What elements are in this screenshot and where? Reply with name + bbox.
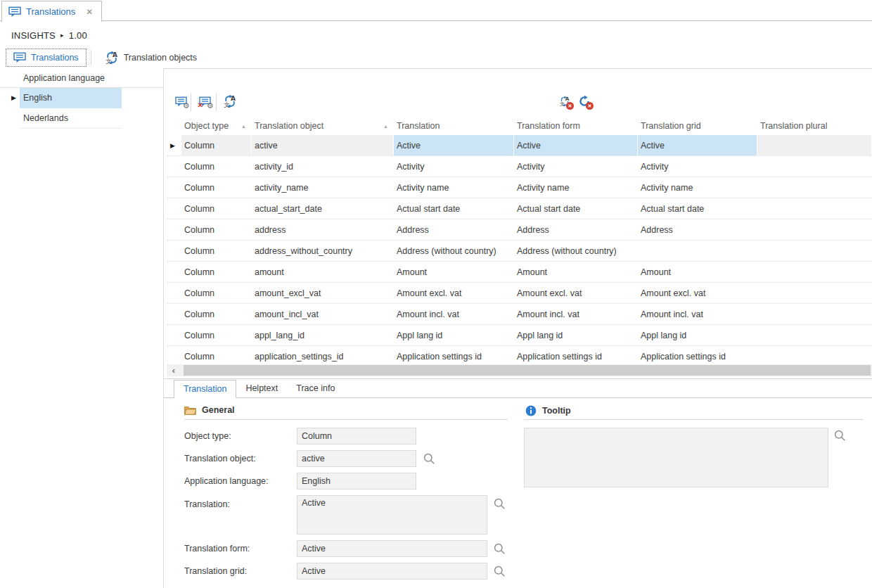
horizontal-scrollbar[interactable]: ‹: [167, 364, 872, 376]
grid-cell[interactable]: Amount incl. vat: [394, 304, 514, 325]
toolbar-button-translation-delete[interactable]: ✕⚙: [196, 93, 213, 110]
grid-cell[interactable]: Active: [394, 135, 514, 156]
grid-cell[interactable]: Appl lang id: [514, 325, 638, 346]
column-header-translation-form[interactable]: Translation form: [514, 117, 638, 135]
grid-row[interactable]: Columnactivity_nameActivity nameActivity…: [164, 177, 872, 198]
grid-cell[interactable]: Column: [181, 325, 252, 346]
lookup-icon[interactable]: [492, 497, 506, 511]
grid-cell[interactable]: [757, 241, 872, 262]
field-input-translation-object[interactable]: [297, 450, 416, 467]
language-item-nederlands[interactable]: Nederlands: [0, 108, 163, 129]
grid-cell[interactable]: Column: [181, 262, 252, 283]
grid-cell[interactable]: appl_lang_id: [252, 325, 394, 346]
grid-cell[interactable]: active: [252, 135, 394, 156]
ribbon-button-translations[interactable]: Translations: [6, 49, 86, 67]
grid-cell[interactable]: [757, 283, 872, 304]
grid-row[interactable]: ColumnamountAmountAmountAmount: [164, 262, 872, 283]
grid-cell[interactable]: Activity name: [514, 177, 638, 198]
scrollbar-thumb[interactable]: [184, 365, 871, 376]
grid-cell[interactable]: Activity: [394, 156, 514, 177]
language-item-english[interactable]: ▶English: [0, 88, 163, 108]
grid-cell[interactable]: Active: [514, 135, 638, 156]
lookup-icon[interactable]: [492, 564, 506, 578]
breadcrumb-version[interactable]: 1.00: [69, 30, 87, 41]
column-header-translation-plural[interactable]: Translation plural: [757, 117, 872, 135]
grid-cell[interactable]: Amount: [394, 262, 514, 283]
toolbar-button-translate[interactable]: A文: [222, 93, 238, 110]
scroll-left-icon[interactable]: ‹: [167, 364, 181, 376]
grid-row[interactable]: ▶ColumnactiveActiveActiveActive: [164, 135, 872, 156]
grid-row[interactable]: Columnaddress_without_countryAddress (wi…: [164, 241, 872, 262]
document-tab-translations[interactable]: Translations ✕: [1, 1, 102, 22]
grid-cell[interactable]: Amount incl. vat: [514, 304, 638, 325]
grid-cell[interactable]: [638, 241, 757, 262]
grid-cell[interactable]: address_without_country: [252, 241, 394, 262]
grid-cell[interactable]: Activity: [638, 156, 757, 177]
grid-cell[interactable]: Column: [181, 219, 252, 241]
grid-cell[interactable]: Column: [181, 135, 252, 156]
breadcrumb-module[interactable]: INSIGHTS: [11, 30, 56, 41]
grid-cell[interactable]: amount: [252, 262, 394, 283]
grid-cell[interactable]: Amount incl. vat: [638, 304, 757, 325]
toolbar-button-translate-cancel[interactable]: A文✕: [556, 93, 573, 110]
grid-cell[interactable]: [757, 304, 872, 325]
grid-cell[interactable]: Amount excl. vat: [394, 283, 514, 304]
grid-cell[interactable]: amount_excl_vat: [252, 283, 394, 304]
toolbar-button-translation-settings[interactable]: ⚙: [172, 93, 189, 110]
grid-cell[interactable]: Address: [638, 219, 757, 241]
grid-cell[interactable]: activity_id: [252, 156, 394, 177]
grid-row[interactable]: Columnactual_start_dateActual start date…: [164, 198, 872, 219]
grid-cell[interactable]: Active: [638, 135, 757, 156]
grid-cell[interactable]: Column: [181, 283, 252, 304]
field-input-translation-grid[interactable]: [297, 563, 487, 580]
grid-cell[interactable]: Amount excl. vat: [514, 283, 638, 304]
field-input-application-language[interactable]: [297, 473, 416, 490]
grid-cell[interactable]: Address (without country): [394, 241, 514, 262]
grid-cell[interactable]: Column: [181, 241, 252, 262]
column-header-translation-grid[interactable]: Translation grid: [638, 117, 757, 135]
grid-cell[interactable]: [757, 135, 872, 156]
grid-cell[interactable]: activity_name: [252, 177, 394, 198]
grid-cell[interactable]: Activity: [514, 156, 638, 177]
ribbon-button-translation-objects[interactable]: A文Translation objects: [97, 49, 205, 67]
field-input-translation-form[interactable]: [297, 540, 487, 557]
lookup-icon[interactable]: [492, 542, 506, 556]
grid-cell[interactable]: Actual start date: [394, 198, 514, 219]
grid-cell[interactable]: Appl lang id: [638, 325, 757, 346]
grid-cell[interactable]: Amount excl. vat: [638, 283, 757, 304]
grid-row[interactable]: ColumnaddressAddressAddressAddress: [164, 219, 872, 241]
column-header-object-type[interactable]: Object type▲: [181, 117, 252, 135]
grid-cell[interactable]: [757, 177, 872, 198]
tooltip-textarea[interactable]: [524, 428, 828, 487]
grid-cell[interactable]: [757, 219, 872, 241]
grid-cell[interactable]: Column: [181, 156, 252, 177]
grid-cell[interactable]: address: [252, 219, 394, 241]
lookup-icon[interactable]: [422, 452, 436, 466]
lookup-icon[interactable]: [833, 428, 847, 442]
grid-cell[interactable]: Appl lang id: [394, 325, 514, 346]
grid-cell[interactable]: [757, 198, 872, 219]
column-header-translation-object[interactable]: Translation object▲: [252, 117, 394, 135]
toolbar-button-refresh-cancel[interactable]: ✕: [576, 93, 593, 110]
close-tab-icon[interactable]: ✕: [86, 8, 93, 16]
grid-cell[interactable]: Actual start date: [514, 198, 638, 219]
grid-cell[interactable]: Address: [394, 219, 514, 241]
grid-cell[interactable]: Amount: [514, 262, 638, 283]
grid-cell[interactable]: [757, 262, 872, 283]
detail-tab-helptext[interactable]: Helptext: [236, 380, 287, 397]
grid-row[interactable]: Columnappl_lang_idAppl lang idAppl lang …: [164, 325, 872, 346]
grid-cell[interactable]: Address (without country): [514, 241, 638, 262]
grid-cell[interactable]: Address: [514, 219, 638, 241]
field-input-translation[interactable]: [297, 495, 487, 535]
grid-cell[interactable]: Column: [181, 304, 252, 325]
grid-row[interactable]: Columnamount_excl_vatAmount excl. vatAmo…: [164, 283, 872, 304]
grid-cell[interactable]: [757, 325, 872, 346]
grid-cell[interactable]: Activity name: [638, 177, 757, 198]
grid-cell[interactable]: Amount: [638, 262, 757, 283]
detail-tab-trace-info[interactable]: Trace info: [287, 380, 344, 397]
detail-tab-translation[interactable]: Translation: [174, 380, 236, 398]
field-input-object-type[interactable]: [297, 428, 416, 445]
grid-cell[interactable]: amount_incl_vat: [252, 304, 394, 325]
grid-row[interactable]: Columnactivity_idActivityActivityActivit…: [164, 156, 872, 177]
grid-cell[interactable]: Activity name: [394, 177, 514, 198]
